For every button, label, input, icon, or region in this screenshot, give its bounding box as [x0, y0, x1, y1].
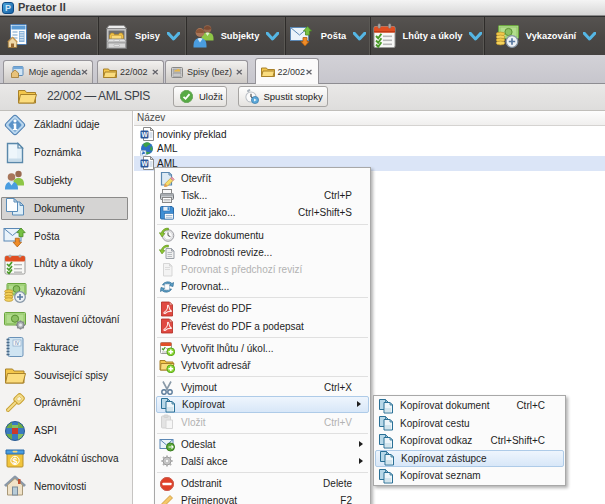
svg-text:W: W — [141, 160, 148, 167]
svg-text:$: $ — [12, 456, 17, 466]
svg-text:IV: IV — [15, 340, 20, 346]
svg-text:W: W — [141, 131, 148, 138]
